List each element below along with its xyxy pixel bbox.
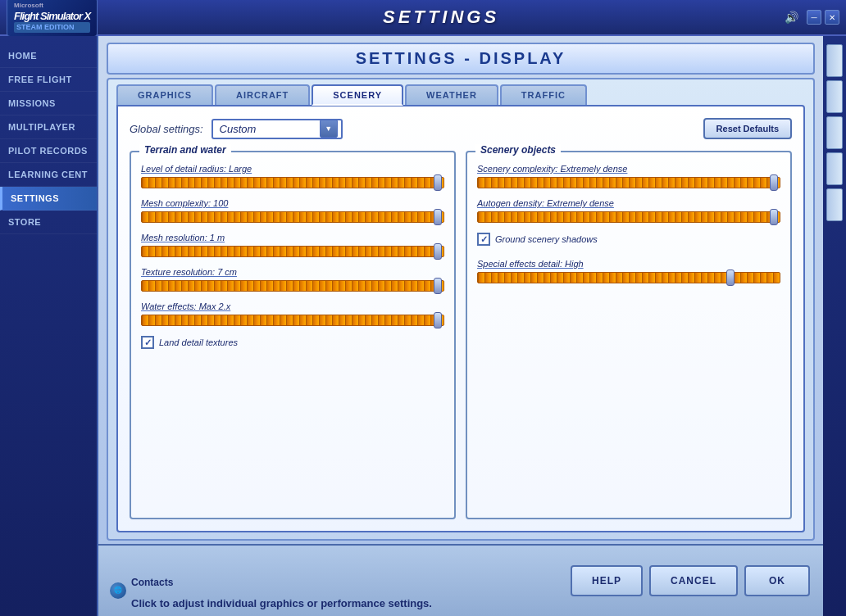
lod-radius-setting: Level of detail radius: Large: [141, 164, 444, 188]
app-title: SETTINGS: [98, 7, 785, 28]
sidebar-item-missions[interactable]: MISSIONS: [0, 92, 97, 116]
special-effects-thumb[interactable]: [726, 270, 735, 286]
window-controls: 🔊 ─ ✕: [785, 10, 839, 25]
mesh-resolution-setting: Mesh resolution: 1 m: [141, 233, 444, 257]
sidebar-item-pilot-records[interactable]: PILOT RECORDS: [0, 139, 97, 163]
autogen-density-thumb[interactable]: [770, 209, 778, 225]
global-settings-select[interactable]: Custom: [212, 119, 343, 139]
scenery-complexity-label: Scenery complexity: Extremely dense: [477, 164, 780, 174]
cancel-button[interactable]: CANCEL: [649, 565, 738, 596]
autogen-density-setting: Autogen density: Extremely dense: [477, 198, 780, 223]
ok-button[interactable]: OK: [744, 565, 810, 596]
close-button[interactable]: ✕: [825, 10, 839, 25]
lod-radius-label: Level of detail radius: Large: [141, 164, 444, 174]
tab-weather[interactable]: WEATHER: [405, 84, 498, 106]
right-tab-2: [826, 80, 843, 113]
special-effects-setting: Special effects detail: High: [477, 259, 780, 283]
water-effects-label: Water effects: Max 2.x: [141, 301, 444, 311]
special-effects-label: Special effects detail: High: [477, 259, 780, 269]
scenery-group: Scenery objects Scenery complexity: Extr…: [466, 151, 792, 519]
global-settings-label: Global settings:: [130, 123, 203, 135]
texture-resolution-label: Texture resolution: 7 cm: [141, 267, 444, 277]
mesh-complexity-setting: Mesh complexity: 100: [141, 198, 444, 223]
land-detail-textures-label: Land detail textures: [159, 337, 238, 347]
mesh-resolution-thumb[interactable]: [434, 243, 442, 260]
land-detail-textures-setting: Land detail textures: [141, 336, 444, 349]
sidebar-item-store[interactable]: STORE: [0, 211, 97, 234]
reset-defaults-button[interactable]: Reset Defaults: [703, 118, 792, 139]
bottom-buttons: HELP CANCEL OK: [557, 546, 823, 616]
right-tab-1: [826, 44, 843, 77]
scenery-complexity-slider[interactable]: [477, 177, 780, 188]
mesh-complexity-label: Mesh complexity: 100: [141, 198, 444, 208]
water-effects-setting: Water effects: Max 2.x: [141, 301, 444, 326]
autogen-density-slider[interactable]: [477, 211, 780, 223]
mesh-complexity-thumb[interactable]: [434, 209, 442, 225]
global-settings-row: Global settings: Custom ▼ Reset Defaults: [130, 118, 792, 139]
main-layout: HOME FREE FLIGHT MISSIONS MULTIPLAYER PI…: [0, 36, 846, 616]
texture-resolution-setting: Texture resolution: 7 cm: [141, 267, 444, 292]
tab-scenery[interactable]: SCENERY: [312, 84, 403, 106]
texture-resolution-slider[interactable]: [141, 280, 444, 292]
tab-aircraft[interactable]: AIRCRAFT: [215, 84, 310, 106]
water-effects-slider[interactable]: [141, 315, 444, 326]
content-area: SETTINGS - DISPLAY GRAPHICS AIRCRAFT SCE…: [98, 36, 823, 616]
logo-microsoft: Microsoft: [14, 2, 90, 10]
right-tab-3: [826, 116, 843, 149]
water-effects-thumb[interactable]: [434, 312, 442, 328]
bottom-area: 🌐 Contacts Click to adjust individual gr…: [98, 544, 823, 616]
logo: Microsoft Flight Simulator X STEAM EDITI…: [7, 0, 98, 37]
page-title: SETTINGS - DISPLAY: [125, 49, 797, 68]
sidebar-item-learning-center[interactable]: LEARNING CENT: [0, 163, 97, 187]
land-detail-textures-checkbox[interactable]: [141, 336, 154, 349]
sidebar-item-multiplayer[interactable]: MULTIPLAYER: [0, 116, 97, 139]
sidebar: HOME FREE FLIGHT MISSIONS MULTIPLAYER PI…: [0, 36, 98, 616]
tabs-row: GRAPHICS AIRCRAFT SCENERY WEATHER TRAFFI…: [108, 79, 813, 106]
tab-traffic[interactable]: TRAFFIC: [500, 84, 587, 106]
lod-radius-slider[interactable]: [141, 177, 444, 188]
status-text: Click to adjust individual graphics or p…: [131, 597, 434, 609]
logo-edition: STEAM EDITION: [14, 22, 90, 33]
ground-shadows-setting: Ground scenery shadows: [477, 233, 780, 246]
terrain-group: Terrain and water Level of detail radius…: [130, 151, 456, 519]
ground-shadows-checkbox[interactable]: [477, 233, 490, 246]
speaker-icon[interactable]: 🔊: [785, 11, 798, 24]
mesh-complexity-slider[interactable]: [141, 211, 444, 223]
lod-radius-thumb[interactable]: [434, 174, 442, 191]
sidebar-item-home[interactable]: HOME: [0, 44, 97, 68]
special-effects-slider[interactable]: [477, 272, 780, 283]
sidebar-item-free-flight[interactable]: FREE FLIGHT: [0, 68, 97, 92]
sidebar-item-settings[interactable]: SETTINGS: [0, 187, 97, 211]
two-col-layout: Terrain and water Level of detail radius…: [130, 151, 792, 519]
scenery-complexity-thumb[interactable]: [770, 174, 778, 191]
logo-title: Flight Simulator X: [14, 10, 90, 23]
globe-icon: 🌐: [110, 582, 126, 599]
mesh-resolution-label: Mesh resolution: 1 m: [141, 233, 444, 242]
right-tab-5: [826, 188, 843, 221]
scenery-complexity-setting: Scenery complexity: Extremely dense: [477, 164, 780, 188]
texture-resolution-thumb[interactable]: [434, 278, 442, 294]
mesh-resolution-slider[interactable]: [141, 246, 444, 257]
right-tab-4: [826, 152, 843, 185]
terrain-group-title: Terrain and water: [139, 144, 231, 156]
contacts-label: Contacts: [131, 571, 434, 594]
page-title-banner: SETTINGS - DISPLAY: [107, 43, 815, 75]
autogen-density-label: Autogen density: Extremely dense: [477, 198, 780, 208]
scenery-group-title: Scenery objects: [475, 144, 561, 156]
tab-graphics[interactable]: GRAPHICS: [116, 84, 213, 106]
help-button[interactable]: HELP: [571, 565, 643, 596]
minimize-button[interactable]: ─: [807, 10, 821, 25]
right-tabs: [823, 36, 846, 616]
tab-content: Global settings: Custom ▼ Reset Defaults: [116, 105, 805, 532]
ground-shadows-label: Ground scenery shadows: [495, 234, 598, 244]
title-bar: Microsoft Flight Simulator X STEAM EDITI…: [0, 0, 846, 36]
status-bar: 🌐 Contacts Click to adjust individual gr…: [98, 546, 557, 616]
settings-panel: GRAPHICS AIRCRAFT SCENERY WEATHER TRAFFI…: [107, 78, 815, 541]
